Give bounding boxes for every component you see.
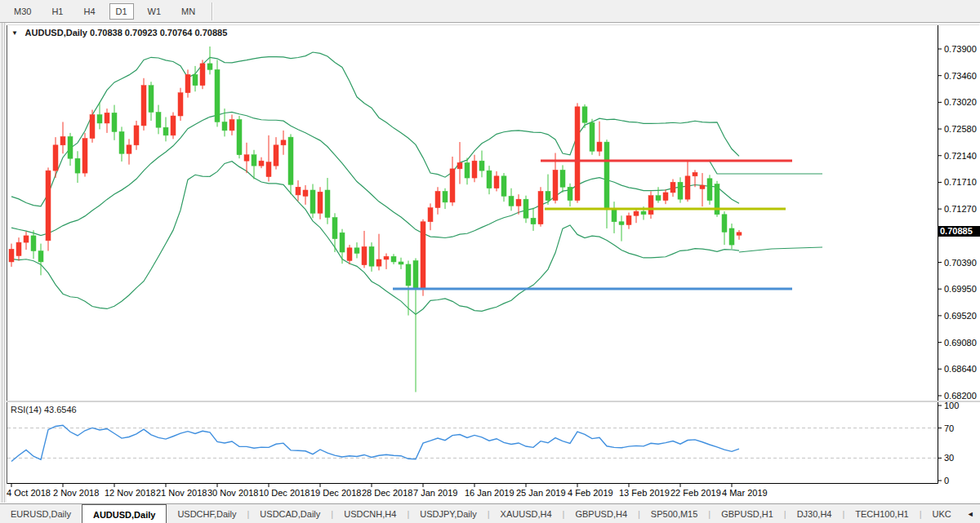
candle-body (244, 155, 249, 161)
chart-tab-usdcad-daily[interactable]: USDCAD,Daily (249, 504, 331, 523)
timeframe-button-w1[interactable]: W1 (141, 3, 168, 20)
candle-body (141, 86, 146, 126)
chart-tab-xauusd-h4[interactable]: XAUUSD,H4 (490, 504, 563, 523)
price-axis-label: 0.68200 (944, 391, 977, 401)
candle-body (590, 122, 595, 151)
candle-body (487, 171, 492, 188)
date-axis-label: 30 Nov 2018 (207, 488, 258, 498)
candle-body (707, 179, 712, 201)
candle-body (435, 191, 440, 207)
candle-body (678, 182, 683, 199)
candle-body (340, 233, 345, 252)
chart-tab-gbpusd-h4[interactable]: GBPUSD,H4 (564, 504, 638, 523)
candle-body (362, 246, 367, 264)
candle-body (568, 187, 572, 200)
candle-body (38, 251, 43, 262)
timeframe-button-mn[interactable]: MN (175, 3, 202, 20)
chart-tab-ukc[interactable]: UKC (922, 504, 962, 523)
candle-body (494, 176, 499, 188)
timeframe-button-h4[interactable]: H4 (77, 3, 101, 20)
chart-tab-sp500-m15[interactable]: SP500,M15 (640, 504, 708, 523)
candle-body (229, 119, 234, 130)
timeframe-button-d1[interactable]: D1 (109, 3, 134, 20)
candle-body (347, 248, 352, 261)
candle-body (501, 176, 506, 197)
date-axis-label: 19 Dec 2018 (310, 488, 361, 498)
candle-body (325, 190, 330, 218)
chart-tab-usdcnh-h4[interactable]: USDCNH,H4 (333, 504, 407, 523)
splitter-line (2, 23, 2, 503)
date-axis-label: 12 Nov 2018 (105, 488, 155, 498)
chart-tab-dj30-h4[interactable]: DJ30,H4 (786, 504, 843, 523)
candle-body (68, 136, 73, 158)
rsi-axis-label: 0 (944, 476, 949, 485)
candle-body (82, 139, 87, 173)
candle-body (237, 119, 242, 154)
candle-body (619, 222, 624, 225)
tab-scroll-buttons: ◄► (962, 504, 980, 523)
timeframe-toolbar: M30H1H4D1W1MN (0, 0, 980, 23)
date-axis-label: 21 Nov 2018 (156, 488, 207, 498)
candle-body (604, 142, 609, 210)
candle-body (207, 64, 212, 69)
rsi-axis-label: 30 (944, 453, 954, 463)
chart-title-text: AUDUSD,Daily 0.70838 0.70923 0.70764 0.7… (25, 28, 228, 38)
chevron-down-icon[interactable]: ▼ (11, 29, 18, 37)
candle-body (266, 162, 271, 177)
chart-tab-audusd-daily[interactable]: AUDUSD,Daily (82, 504, 167, 523)
date-axis-label: 2 Nov 2018 (53, 488, 99, 498)
candle-body (597, 142, 602, 151)
price-axis-label: 0.69950 (944, 284, 977, 294)
candle-body (149, 86, 154, 113)
rsi-axis-label: 100 (944, 401, 959, 410)
candle-body (332, 218, 337, 239)
candle-body (465, 162, 470, 178)
candle-body (31, 236, 36, 251)
candle-body (134, 126, 139, 145)
price-axis-label: 0.69080 (944, 338, 977, 348)
date-axis-label: 13 Feb 2019 (619, 488, 670, 498)
date-axis-label: 10 Dec 2018 (259, 488, 310, 498)
candle-body (310, 190, 315, 213)
candle-body (693, 172, 697, 175)
candle-body (560, 170, 565, 187)
chart-tab-usdjpy-daily[interactable]: USDJPY,Daily (409, 504, 488, 523)
chart-tab-usdchf-daily[interactable]: USDCHF,Daily (167, 504, 247, 523)
chart-tab-bar: EURUSD,DailyAUDUSD,DailyUSDCHF,Daily|USD… (0, 503, 980, 523)
candle-body (274, 145, 278, 166)
chart-canvas[interactable]: 0.739000.734600.730200.725800.721400.717… (0, 0, 980, 503)
candle-body (523, 199, 528, 218)
scroll-left-icon[interactable]: ◄ (962, 510, 979, 518)
candle-body (296, 187, 301, 195)
candle-body (252, 155, 256, 166)
candle-body (685, 176, 690, 199)
candle-body (391, 256, 396, 262)
chart-tab-eurusd-daily[interactable]: EURUSD,Daily (0, 504, 82, 523)
candle-body (171, 116, 176, 135)
candle-body (612, 210, 617, 222)
date-axis-label: 24 Oct 2018 (2, 488, 51, 498)
candle-body (575, 107, 580, 201)
timeframe-button-m30[interactable]: M30 (7, 3, 38, 20)
candle-body (553, 170, 558, 200)
candle-body (105, 113, 109, 123)
candle-body (215, 69, 220, 122)
price-axis-label: 0.72140 (944, 151, 977, 161)
candle-body (24, 236, 29, 242)
candle-body (641, 211, 646, 215)
rsi-axis-label: 70 (944, 423, 954, 433)
price-axis-label: 0.73020 (944, 97, 977, 107)
date-axis-label: 4 Feb 2019 (568, 488, 613, 498)
candle-body (222, 122, 227, 130)
candle-body (16, 242, 21, 255)
terminal-window: M30H1H4D1W1MN 0.739000.734600.730200.725… (0, 0, 980, 523)
date-axis-label: 28 Dec 2018 (362, 488, 412, 498)
candle-body (90, 115, 95, 139)
timeframe-button-h1[interactable]: H1 (45, 3, 69, 20)
candle-body (729, 228, 734, 245)
chart-tab-tech100-h1[interactable]: TECH100,H1 (844, 504, 919, 523)
chart-tab-gbpusd-h1[interactable]: GBPUSD,H1 (710, 504, 784, 523)
candle-body (112, 113, 117, 131)
candle-body (200, 64, 205, 86)
candle-body (670, 182, 675, 193)
